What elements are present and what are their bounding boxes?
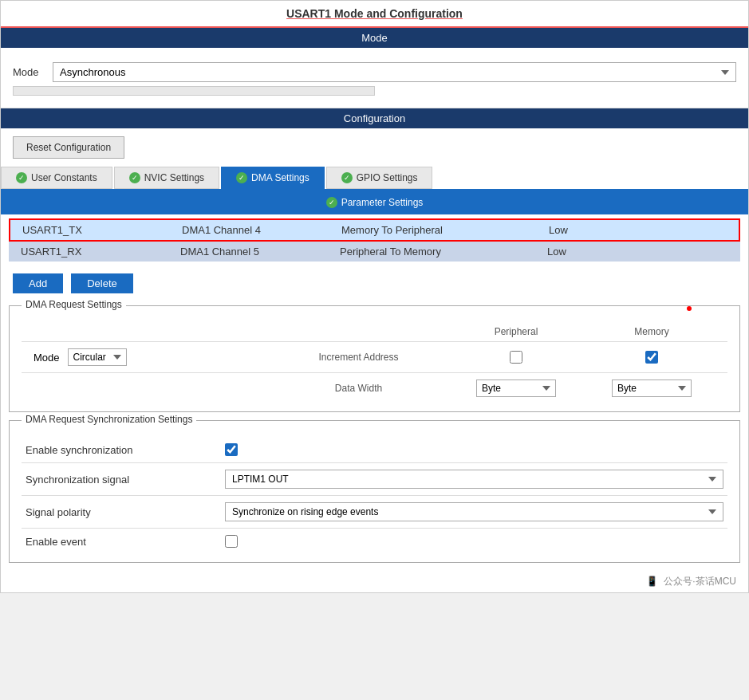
delete-button[interactable]: Delete [71,273,133,293]
sync-signal-select[interactable]: LPTIM1 OUT [225,470,723,489]
reset-config-button[interactable]: Reset Configuration [13,136,124,159]
check-icon-user-constants: ✓ [16,172,27,183]
empty-col [34,326,444,337]
dma-request-settings: DMA Request Settings Peripheral Memory M… [9,305,740,412]
tab-gpio-settings[interactable]: ✓ GPIO Settings [326,167,433,189]
enable-event-checkbox[interactable] [225,535,238,548]
sync-row-event: Enable event [22,528,727,554]
watermark-icon: 📱 [646,576,658,587]
watermark: 📱 公众号·茶话MCU [1,571,748,592]
sync-enable-value [225,443,723,456]
mode-inline-label: Mode [34,352,60,364]
scrollbar[interactable] [13,86,375,96]
sub-tabs-row: ✓ Parameter Settings [1,191,748,214]
sync-event-label: Enable event [26,536,225,548]
mode-section: Mode Asynchronous [1,48,748,108]
config-section: Configuration Reset Configuration ✓ User… [1,108,748,592]
sync-event-value [225,535,723,548]
peripheral-increment-checkbox[interactable] [510,351,522,364]
tab-user-constants[interactable]: ✓ User Constants [1,167,112,189]
dma-row-col2: DMA1 Channel 4 [182,224,341,236]
sync-enable-label: Enable synchronization [26,444,225,456]
sync-row-polarity: Signal polarity Synchronize on rising ed… [22,495,727,528]
sync-rows-container: Enable synchronization Synchronization s… [22,437,727,554]
memory-data-width-select[interactable]: Byte [612,379,692,397]
dma-row2-col2: DMA1 Channel 5 [180,246,340,258]
enable-sync-checkbox[interactable] [225,443,238,456]
peripheral-data-width-cell: Byte [444,379,588,397]
tab-dma-settings-label: DMA Settings [251,172,309,183]
dma-request-settings-title: DMA Request Settings [22,299,126,310]
memory-increment-checkbox-cell [588,351,715,364]
dma-row2-col4: Low [547,246,627,258]
dma-sync-settings: DMA Request Synchronization Settings Ena… [9,420,740,563]
sync-signal-value: LPTIM1 OUT [225,470,723,489]
red-dot [687,306,692,311]
peripheral-header: Peripheral [444,326,588,337]
increment-address-label: Increment Address [273,352,444,363]
dma-sync-settings-title: DMA Request Synchronization Settings [22,414,196,425]
dma-table-area: USART1_TX DMA1 Channel 4 Memory To Perip… [1,214,748,265]
check-icon-nvic: ✓ [129,172,140,183]
peripheral-increment-checkbox-cell [444,351,588,364]
check-icon-param: ✓ [326,197,337,208]
table-row[interactable]: USART1_RX DMA1 Channel 5 Peripheral To M… [9,242,740,262]
memory-header: Memory [588,326,715,337]
dma-row-col1: USART1_TX [22,224,182,236]
mode-select[interactable]: Asynchronous [53,62,736,82]
check-icon-gpio: ✓ [341,172,353,183]
dma-row-col3: Memory To Peripheral [341,224,549,236]
sync-polarity-select[interactable]: Synchronize on rising edge events [225,502,723,521]
mode-inline-row: Mode Circular [34,348,273,366]
memory-increment-checkbox[interactable] [645,351,658,364]
tab-nvic-settings[interactable]: ✓ NVIC Settings [114,167,219,189]
table-row[interactable]: USART1_TX DMA1 Channel 4 Memory To Perip… [9,218,740,242]
dma-row2-col3: Peripheral To Memory [340,246,547,258]
dma-row-col4: Low [549,224,629,236]
watermark-text: 公众号·茶话MCU [664,576,736,587]
dma-row2-col1: USART1_RX [21,246,180,258]
sync-polarity-label: Signal polarity [26,506,225,518]
settings-content: Peripheral Memory Mode Circular Incremen… [22,322,727,403]
sub-tab-label: Parameter Settings [341,197,424,208]
check-icon-dma: ✓ [236,172,247,183]
sync-row-enable: Enable synchronization [22,437,727,462]
tabs-row: ✓ User Constants ✓ NVIC Settings ✓ DMA S… [1,167,748,191]
sync-row-signal: Synchronization signal LPTIM1 OUT [22,462,727,495]
config-header: Configuration [1,108,748,128]
tab-gpio-settings-label: GPIO Settings [357,172,418,183]
page-title: USART1 Mode and Configuration [1,1,748,28]
add-button[interactable]: Add [13,273,63,293]
memory-data-width-cell: Byte [588,379,715,397]
data-width-label: Data Width [273,383,444,394]
action-buttons: Add Delete [1,265,748,301]
peripheral-data-width-select[interactable]: Byte [476,379,556,397]
sync-polarity-value: Synchronize on rising edge events [225,502,723,521]
mode-label: Mode [13,66,45,78]
tab-dma-settings[interactable]: ✓ DMA Settings [221,167,325,189]
mode-inline-select[interactable]: Circular [68,348,127,366]
tab-nvic-settings-label: NVIC Settings [144,172,204,183]
sync-signal-label: Synchronization signal [26,474,225,486]
sub-tab-parameter-settings[interactable]: ✓ Parameter Settings [310,194,440,211]
mode-header: Mode [1,28,748,48]
tab-user-constants-label: User Constants [31,172,97,183]
